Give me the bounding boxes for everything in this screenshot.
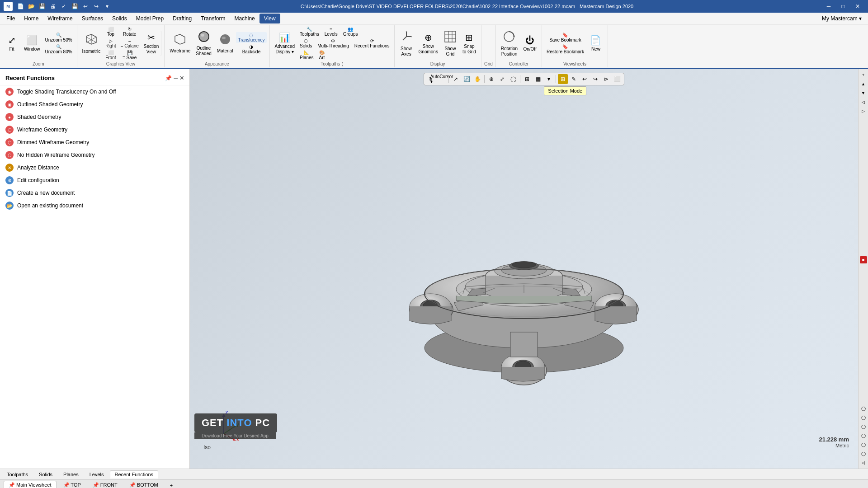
rp-up-btn[interactable]: ▲	[859, 80, 868, 88]
qa-new-btn[interactable]: 📄	[15, 1, 25, 11]
ts-grid-btn[interactable]: ⊞	[522, 74, 532, 84]
rp-w-btn[interactable]: ◯	[859, 413, 868, 422]
save-bookmark-btn[interactable]: 🔖 Save Bookmark	[545, 32, 586, 43]
rotate-btn[interactable]: ↻ Rotate	[119, 26, 141, 37]
qa-redo-btn[interactable]: ↪	[91, 1, 101, 11]
menu-solids[interactable]: Solids	[108, 14, 132, 23]
ts-redo2-btn[interactable]: ↪	[590, 74, 600, 84]
menu-transform[interactable]: Transform	[196, 14, 230, 23]
unzoom80-btn[interactable]: 🔍 Unzoom 80%	[43, 44, 74, 55]
sidebar-item-edit-config[interactable]: ⚙ Edit configuration	[0, 174, 189, 187]
ts-grid2-btn[interactable]: ▦	[533, 74, 543, 84]
fit-btn[interactable]: ⤢ Fit	[3, 33, 21, 53]
sidebar-item-no-hidden[interactable]: ⬡ No Hidden Wireframe Geometry	[0, 149, 189, 161]
menu-view[interactable]: View	[259, 14, 280, 23]
menu-wireframe[interactable]: Wireframe	[43, 14, 77, 23]
save-view-btn[interactable]: 💾 = Save	[119, 50, 141, 61]
viewsheet-top[interactable]: 📌 TOP	[58, 481, 86, 488]
qa-print-btn[interactable]: 🖨	[48, 1, 58, 11]
right-view-btn[interactable]: ▷ Right	[104, 38, 118, 49]
viewsheet-front[interactable]: 📌 FRONT	[88, 481, 123, 488]
ts-box-btn[interactable]: ⬜	[612, 74, 622, 84]
backside-btn[interactable]: ◑ Backside	[236, 44, 266, 55]
multithreading-btn[interactable]: ⚙ Multi-Threading	[316, 38, 350, 49]
qa-more-btn[interactable]: ▾	[102, 1, 112, 11]
wireframe-btn[interactable]: Wireframe	[167, 32, 193, 55]
restore-bookmark-btn[interactable]: 🔖 Restore Bookmark	[545, 44, 586, 55]
ts-zoom-btn[interactable]: ⊕	[486, 74, 496, 84]
viewsheet-main[interactable]: 📌 Main Viewsheet	[4, 481, 57, 488]
viewport[interactable]: 🖱 AutoCursor ▾ ↗ 🔄 ✋ ⊕ ⤢ ◯ ⊞ ▦ ▾ ⊞ ✎ ↩ ↪…	[190, 69, 858, 469]
rp-e-btn[interactable]: ◯	[859, 422, 868, 431]
btab-solids[interactable]: Solids	[34, 470, 57, 479]
art-btn[interactable]: 🎨 Art	[317, 50, 327, 61]
groups-btn[interactable]: 👥 Groups	[341, 26, 360, 37]
ts-view-btn[interactable]: ◯	[508, 74, 518, 84]
sidebar-item-wireframe[interactable]: ⬡ Wireframe Geometry	[0, 123, 189, 136]
rp-t-btn[interactable]: ◯	[859, 441, 868, 449]
btab-toolpaths[interactable]: Toolpaths	[2, 470, 33, 479]
ts-snap-btn[interactable]: ⊞	[558, 74, 568, 84]
sidebar-pin-btn[interactable]: 📌	[165, 75, 172, 81]
my-mastercam-btn[interactable]: My Mastercam ▾	[817, 14, 866, 23]
sidebar-close-btn[interactable]: ✕	[179, 75, 184, 81]
maximize-btn[interactable]: □	[836, 2, 850, 11]
ts-more2-btn[interactable]: ⊳	[601, 74, 611, 84]
menu-machine[interactable]: Machine	[230, 14, 259, 23]
unzoom50-btn[interactable]: 🔍 Unzoom 50%	[43, 32, 74, 43]
top-view-btn[interactable]: ⬜ Top	[104, 26, 118, 37]
menu-modelprep[interactable]: Model Prep	[132, 14, 168, 23]
ts-dropdown-btn[interactable]: ▾	[544, 74, 554, 84]
qa-save-btn[interactable]: 💾	[37, 1, 47, 11]
ts-autocursor-btn[interactable]: AutoCursor ▾	[437, 74, 447, 84]
advanced-display-btn[interactable]: 📊 AdvancedDisplay ▾	[273, 31, 297, 56]
ts-undo2-btn[interactable]: ↩	[580, 74, 590, 84]
recent-functions-btn[interactable]: ⟳ Recent Functions	[353, 38, 392, 49]
ts-pan-btn[interactable]: ✋	[472, 74, 482, 84]
outline-shaded-btn[interactable]: OutlineShaded	[193, 29, 213, 58]
show-axes-btn[interactable]: ShowAxes	[397, 29, 415, 58]
snap-to-grid-btn[interactable]: ⊞ Snapto Grid	[460, 31, 478, 56]
new-viewsheet-btn[interactable]: 📄 New	[587, 33, 605, 53]
qa-undo-btn[interactable]: ↩	[80, 1, 90, 11]
rp-right-btn[interactable]: ▷	[859, 107, 868, 115]
rp-y-btn[interactable]: ◯	[859, 450, 868, 458]
sidebar-item-dimmed-wireframe[interactable]: ⬡ Dimmed Wireframe Geometry	[0, 136, 189, 149]
rp-r-btn[interactable]: ◯	[859, 432, 868, 440]
btab-recent-functions[interactable]: Recent Functions	[110, 470, 159, 479]
rp-left-btn[interactable]: ◁	[859, 98, 868, 106]
levels-btn[interactable]: ≡ Levels	[323, 26, 340, 37]
menu-drafting[interactable]: Drafting	[168, 14, 196, 23]
qa-verify-btn[interactable]: ✓	[59, 1, 69, 11]
rp-expand-btn[interactable]: ◁	[859, 459, 868, 467]
sidebar-item-shaded[interactable]: ● Shaded Geometry	[0, 111, 189, 123]
material-btn[interactable]: Material	[215, 32, 236, 55]
close-btn[interactable]: ✕	[851, 2, 864, 11]
viewsheet-bottom[interactable]: 📌 BOTTOM	[124, 481, 163, 488]
btab-planes[interactable]: Planes	[58, 470, 84, 479]
cplane-btn[interactable]: = = Cplane	[119, 38, 141, 49]
rp-plus-btn[interactable]: +	[859, 71, 868, 79]
sidebar-item-outlined-shaded[interactable]: ◉ Outlined Shaded Geometry	[0, 98, 189, 111]
viewsheet-add[interactable]: +	[165, 481, 178, 488]
rp-down-btn[interactable]: ▼	[859, 89, 868, 97]
qa-open-btn[interactable]: 📂	[26, 1, 36, 11]
front-view-btn[interactable]: ⬜ Front	[104, 50, 118, 61]
menu-surfaces[interactable]: Surfaces	[77, 14, 108, 23]
isometric-btn[interactable]: Isometric	[80, 32, 103, 56]
sidebar-item-open-doc[interactable]: 📂 Open an existing document	[0, 199, 189, 212]
sidebar-item-toggle-shading[interactable]: ◉ Toggle Shading Translucency On and Off	[0, 85, 189, 98]
ts-fit-btn[interactable]: ⤢	[497, 74, 507, 84]
on-off-btn[interactable]: ⏻ On/Off	[521, 33, 539, 53]
planes-mgr-btn[interactable]: 📐 Planes	[298, 50, 316, 61]
rp-q-btn[interactable]: ◯	[859, 404, 868, 413]
window-btn[interactable]: ⬜ Window	[22, 33, 42, 53]
menu-file[interactable]: File	[2, 14, 19, 23]
sidebar-item-new-doc[interactable]: 📄 Create a new document	[0, 187, 189, 199]
show-grid-btn[interactable]: ShowGrid	[441, 29, 459, 58]
ts-edit-btn[interactable]: ✎	[569, 74, 579, 84]
qa-save2-btn[interactable]: 💾	[70, 1, 80, 11]
btab-levels[interactable]: Levels	[85, 470, 109, 479]
sidebar-min-btn[interactable]: ─	[174, 75, 178, 81]
ts-rotate-btn[interactable]: 🔄	[462, 74, 472, 84]
